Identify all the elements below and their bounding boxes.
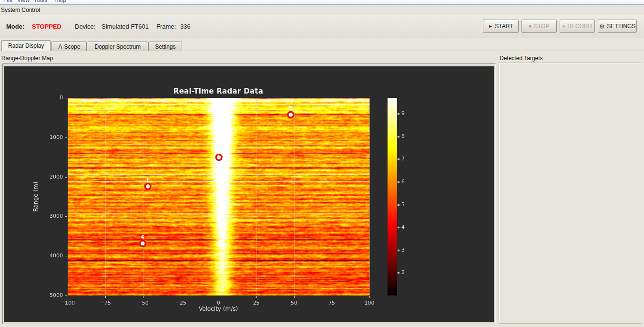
plot-title: Real-Time Radar Data: [174, 87, 263, 95]
x-tick-label: −100: [61, 300, 75, 306]
colorbar-tick-label: 8: [401, 133, 405, 139]
start-button[interactable]: ► START: [483, 20, 519, 33]
tab-doppler-spectrum[interactable]: Doppler Spectrum: [88, 42, 147, 51]
record-icon: ●: [562, 24, 565, 29]
colorbar-tick-label: 6: [401, 179, 405, 185]
start-button-label: START: [495, 23, 513, 30]
mode-label: Mode:: [6, 23, 24, 30]
tab-settings[interactable]: Settings: [148, 42, 182, 51]
system-control-toolbar: Mode: STOPPED Device: Simulated FT601 Fr…: [0, 15, 644, 38]
menu-view[interactable]: View: [17, 0, 30, 5]
stop-button[interactable]: ■ STOP: [521, 20, 557, 33]
y-tick-label: 0: [60, 95, 63, 101]
play-icon: ►: [488, 24, 492, 29]
x-tick-label: 0: [217, 300, 220, 306]
frame-label: Frame:: [156, 23, 176, 30]
tab-radar-display[interactable]: Radar Display: [1, 40, 51, 51]
x-tick-label: −50: [138, 300, 149, 306]
x-tick-label: 100: [365, 300, 375, 306]
colorbar-tick-label: 3: [401, 247, 405, 253]
colorbar-tick-label: 2: [401, 269, 405, 275]
y-axis-label: Range (m): [32, 182, 39, 212]
stop-icon: ■: [529, 24, 532, 29]
record-button[interactable]: ● RECORD: [560, 20, 595, 33]
y-tick-label: 1000: [50, 134, 63, 140]
stop-button-label: STOP: [534, 23, 549, 30]
device-value: Simulated FT601: [102, 23, 149, 30]
colorbar-tick-label: 5: [401, 201, 405, 208]
range-doppler-plot[interactable]: Real-Time Radar Data Velocity (m/s) Rang…: [4, 66, 494, 322]
settings-button-label: SETTINGS: [607, 23, 635, 30]
detected-targets-group: ID Range (m) Vel (m/s) Az (°) 12240.9-46…: [499, 63, 642, 324]
mode-value: STOPPED: [32, 23, 61, 30]
tab-a-scope[interactable]: A-Scope: [51, 42, 87, 51]
colorbar-tick-label: 7: [401, 156, 405, 162]
x-tick-label: 50: [291, 300, 297, 306]
x-tick-label: −75: [100, 300, 111, 306]
colorbar-tick-label: 9: [401, 110, 405, 116]
gear-icon: ⚙: [599, 23, 605, 30]
menu-tools[interactable]: Tools: [34, 0, 47, 5]
menu-bar: File View Tools Help: [0, 0, 644, 5]
range-doppler-group-label: Range-Doppler Map: [1, 55, 53, 62]
system-control-group-label: System Control: [1, 7, 40, 13]
x-tick-label: 75: [328, 300, 335, 306]
x-tick-label: 25: [253, 300, 260, 306]
colorbar-tick-label: 4: [401, 224, 405, 230]
range-doppler-panel: Real-Time Radar Data Velocity (m/s) Rang…: [2, 63, 496, 324]
x-axis-label: Velocity (m/s): [199, 306, 238, 312]
y-tick-label: 2000: [50, 174, 63, 180]
range-doppler-heatmap-canvas[interactable]: [4, 66, 494, 322]
detected-targets-group-label: Detected Targets: [500, 55, 543, 62]
y-tick-label: 4000: [50, 253, 63, 259]
settings-button[interactable]: ⚙ SETTINGS: [598, 20, 637, 33]
device-label: Device:: [75, 23, 95, 30]
tab-bar: Radar Display A-Scope Doppler Spectrum S…: [1, 40, 183, 51]
radar-control-window: File View Tools Help System Control Mode…: [0, 0, 644, 327]
menu-file[interactable]: File: [3, 0, 12, 5]
record-button-label: RECORD: [567, 23, 592, 30]
x-tick-label: −25: [175, 300, 186, 306]
y-tick-label: 5000: [50, 292, 63, 298]
menu-help[interactable]: Help: [54, 0, 66, 5]
y-tick-label: 3000: [50, 213, 63, 219]
frame-value: 336: [180, 23, 191, 30]
